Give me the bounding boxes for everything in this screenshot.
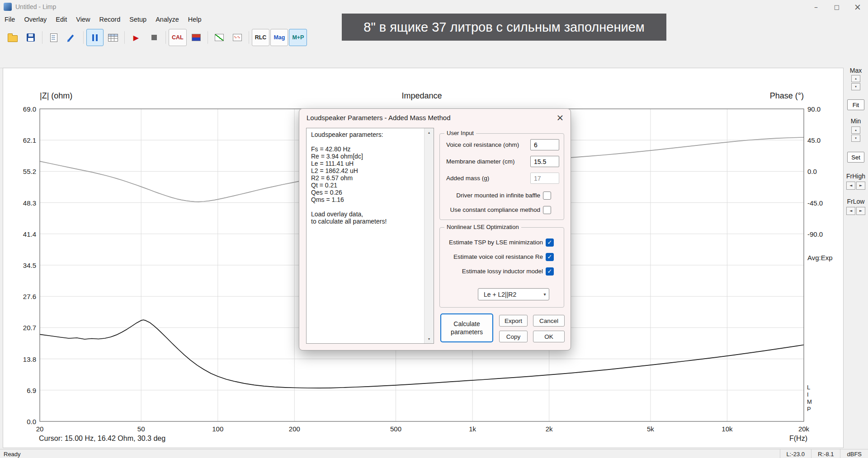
voice-coil-resistance-label: Voice coil resistance (ohm) — [446, 139, 519, 150]
min-up-button[interactable] — [851, 126, 860, 134]
frhigh-right-button[interactable] — [856, 182, 865, 190]
membrane-diameter-label: Membrane diameter (cm) — [446, 156, 515, 167]
cancel-button[interactable]: Cancel — [533, 315, 565, 327]
max-down-button[interactable] — [851, 83, 860, 90]
status-bar: Ready L:-23.0 R:-8.1 dBFS — [0, 449, 868, 458]
dialog-close-button[interactable] — [550, 109, 571, 126]
inductor-model-select[interactable]: Le + L2||R2 — [478, 288, 549, 300]
status-level-right: R:-8.1 — [811, 449, 840, 458]
parameter-line: Le = 111.41 uH — [311, 160, 423, 167]
added-mass-label: Added mass (g) — [446, 173, 489, 184]
parameter-line: Qes = 0.26 — [311, 189, 423, 196]
export-button[interactable]: Export — [499, 315, 528, 327]
estimate-inductor-checkbox[interactable] — [546, 267, 554, 276]
parameters-listbox[interactable]: Loudspeaker parameters:Fs = 42.80 HzRe =… — [306, 128, 434, 344]
scroll-down-icon[interactable] — [425, 335, 434, 343]
y-right-axis-title: Phase (°) — [40, 91, 804, 101]
membrane-diameter-input[interactable] — [530, 156, 559, 167]
status-ready: Ready — [0, 451, 21, 458]
constant-compliance-checkbox[interactable] — [543, 206, 551, 214]
estimate-re-checkbox[interactable] — [546, 253, 554, 261]
status-units: dBFS — [840, 449, 868, 458]
copy-button[interactable]: Copy — [499, 331, 528, 342]
parameter-line: Fs = 42.80 Hz — [311, 145, 423, 153]
scrollbar[interactable] — [424, 128, 434, 343]
lse-optimization-group: Nonlinear LSE Optimization Estimate TSP … — [439, 227, 564, 308]
limp-letter: I — [807, 391, 815, 398]
caption-banner: 8" в ящике 37 литров с сильным заполнени… — [342, 14, 666, 41]
parameter-line: Load overlay data, — [311, 210, 423, 218]
max-up-button[interactable] — [851, 75, 860, 82]
scroll-up-icon[interactable] — [425, 128, 434, 137]
frlow-right-button[interactable] — [856, 207, 865, 215]
estimate-re-label: Estimate voice coil resistance Re — [446, 253, 543, 261]
parameter-line — [311, 138, 423, 145]
limp-watermark: L I M P — [807, 384, 815, 413]
parameter-line: L2 = 1862.42 uH — [311, 167, 423, 174]
frhigh-label: FrHigh — [844, 173, 868, 180]
parameter-line: Qt = 0.21 — [311, 182, 423, 189]
avg-mode-display: Avg:Exp — [807, 254, 833, 262]
voice-coil-resistance-input[interactable] — [530, 139, 559, 150]
caption-text: 8" в ящике 37 литров с сильным заполнени… — [363, 20, 644, 35]
limp-letter: L — [807, 384, 815, 391]
calculate-parameters-button[interactable]: Calculate parameters — [440, 313, 493, 342]
estimate-tsp-label: Estimate TSP by LSE minimization — [446, 238, 543, 247]
parameter-line: to calculate all parameters! — [311, 218, 423, 225]
estimate-inductor-label: Estimate lossy inductor model — [446, 267, 543, 276]
user-input-group: User Input Voice coil resistance (ohm) M… — [439, 133, 564, 220]
fit-button[interactable]: Fit — [847, 99, 864, 110]
parameter-line: Loudspeaker parameters: — [311, 131, 423, 138]
x-axis-title: F(Hz) — [40, 435, 807, 443]
parameter-line — [311, 203, 423, 210]
limp-letter: P — [807, 406, 815, 413]
parameter-line: Re = 3.94 ohm[dc] — [311, 153, 423, 160]
set-button[interactable]: Set — [847, 152, 864, 163]
frhigh-left-button[interactable] — [846, 182, 855, 190]
limp-letter: M — [807, 398, 815, 406]
infinite-baffle-checkbox[interactable] — [543, 192, 551, 200]
infinite-baffle-label: Driver mounted in infinite baffle — [446, 192, 540, 200]
parameter-line: R2 = 6.57 ohm — [311, 174, 423, 182]
min-label: Min — [844, 117, 868, 125]
chevron-down-icon — [541, 292, 549, 297]
frlow-label: FrLow — [844, 198, 868, 205]
estimate-tsp-checkbox[interactable] — [546, 238, 554, 247]
frlow-left-button[interactable] — [846, 207, 855, 215]
status-level-left: L:-23.0 — [780, 449, 811, 458]
user-input-group-title: User Input — [444, 130, 476, 136]
inductor-model-value: Le + L2||R2 — [478, 291, 541, 298]
constant-compliance-label: Use constant compliance method — [446, 206, 540, 214]
dialog-title: Loudspeaker Parameters - Added Mass Meth… — [307, 114, 451, 122]
loudspeaker-parameters-dialog: Loudspeaker Parameters - Added Mass Meth… — [299, 108, 571, 351]
max-label: Max — [844, 67, 868, 74]
ok-button[interactable]: OK — [533, 331, 565, 342]
limp-app-window: { "window": { "title": "Untitled - Limp"… — [0, 0, 868, 458]
axis-control-strip: Max Fit Min Set FrHigh FrLow — [844, 63, 868, 449]
lse-group-title: Nonlinear LSE Optimization — [444, 224, 521, 230]
min-down-button[interactable] — [851, 135, 860, 142]
parameter-line: Qms = 1.16 — [311, 196, 423, 203]
added-mass-input — [530, 173, 559, 184]
dialog-title-bar: Loudspeaker Parameters - Added Mass Meth… — [299, 109, 571, 126]
parameters-text: Loudspeaker parameters:Fs = 42.80 HzRe =… — [311, 131, 423, 225]
